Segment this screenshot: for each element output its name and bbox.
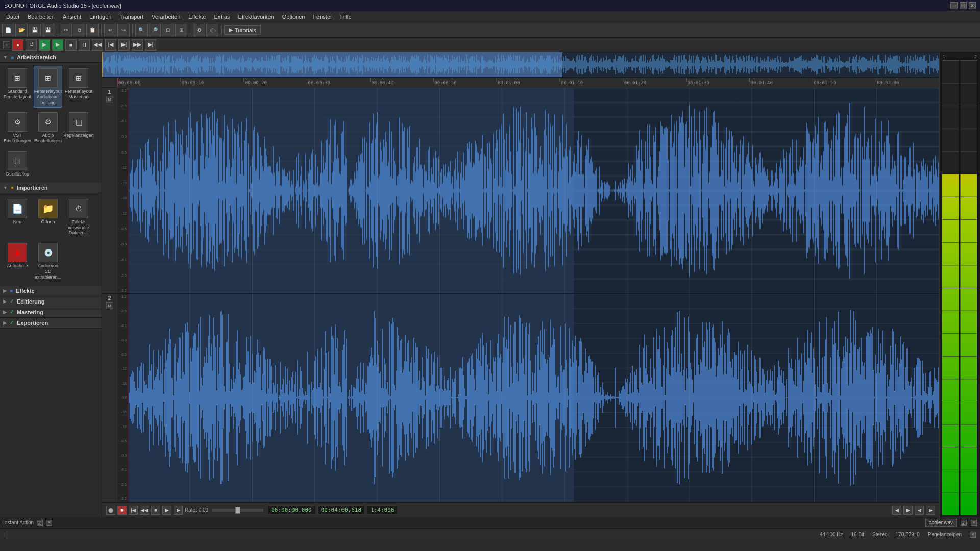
rate-thumb[interactable] <box>235 507 240 514</box>
cooler-tab-close[interactable]: ✕ <box>971 520 977 526</box>
tb-copy[interactable]: ⧉ <box>73 24 85 36</box>
instant-action-checkbox[interactable]: ☑ <box>37 520 43 526</box>
menu-effektfavoriten[interactable]: Effektfavoriten <box>234 13 278 21</box>
tb-stop-btn[interactable]: ■ <box>65 39 77 51</box>
bt-record[interactable]: ⬤ <box>106 506 115 515</box>
tool-pegelanzeigen[interactable]: ▤ Pegelanzeigen <box>64 110 93 146</box>
pegelanzeigen-status: Pegelanzeigen <box>928 532 962 538</box>
toolbar: 📄 📂 💾 💾 ✂ ⧉ 📋 ↩ ↪ 🔍 🔎 ⊡ ⊞ ⚙ ◎ ▶ Tutorial… <box>0 22 980 38</box>
section-arbeitsbereich[interactable]: ▼ ■ Arbeitsbereich <box>0 52 102 63</box>
bt-stop-rec[interactable]: ■ <box>117 506 127 515</box>
menu-einfuegen[interactable]: Einfügen <box>85 13 115 21</box>
bit-depth: 16 Bit <box>851 532 865 538</box>
menu-ansicht[interactable]: Ansicht <box>59 13 85 21</box>
section-mastering[interactable]: ▶ ✓ Mastering <box>0 307 102 318</box>
tool-neu[interactable]: 📄 Neu <box>3 196 32 238</box>
vu-label-1: 1 <box>943 54 945 59</box>
standard-icon: ⊞ <box>8 68 27 88</box>
tb-zoom-out[interactable]: 🔎 <box>149 24 161 36</box>
tool-oszilloskop[interactable]: ▤ Oszilloskop <box>3 148 32 180</box>
tb-pause-btn[interactable]: ⏸ <box>79 39 90 51</box>
tutorials-button[interactable]: ▶ Tutorials <box>224 25 261 35</box>
track-1-number: 1 <box>108 89 111 95</box>
tb-open[interactable]: 📂 <box>15 24 28 36</box>
section-effekte[interactable]: ▶ ■ Effekte <box>0 286 102 296</box>
tool-fensterlayout-mastering[interactable]: ⊞ Fensterlayout Mastering <box>64 66 93 108</box>
tb-play-loop-btn[interactable]: ▶ <box>52 39 63 51</box>
status-pegelanzeigen-close[interactable]: ✕ <box>970 532 976 538</box>
pegel-icon: ▤ <box>69 112 88 132</box>
tb-new[interactable]: 📄 <box>2 24 14 36</box>
section-editierung[interactable]: ▶ ✓ Editierung <box>0 296 102 307</box>
rate-slider[interactable] <box>212 509 263 512</box>
tb-fastfwd-btn[interactable]: ▶▶ <box>132 39 143 51</box>
tb-skip-back-btn[interactable]: |◀ <box>105 39 116 51</box>
bt-rewind[interactable]: ◀◀ <box>140 506 149 515</box>
bt-scroll-right[interactable]: ▶ <box>926 506 935 515</box>
tb-zoom-fit[interactable]: ⊡ <box>162 24 174 36</box>
track-2-waveform[interactable] <box>128 294 939 502</box>
tb-skip-fwd-btn[interactable]: ▶| <box>118 39 130 51</box>
maximize-button[interactable]: ☐ <box>960 2 967 9</box>
tb-record-btn[interactable]: ● <box>12 39 23 51</box>
tb-save-all[interactable]: 💾 <box>42 24 54 36</box>
tb-play-btn[interactable]: ▶ <box>39 39 50 51</box>
tb-rewind-btn[interactable]: ◀◀ <box>92 39 103 51</box>
tb-zoom-in[interactable]: 🔍 <box>135 24 148 36</box>
menu-extras[interactable]: Extras <box>210 13 234 21</box>
fensterlayout-audio-icon: ⊞ <box>38 68 58 88</box>
fensterlayout-audio-label: Fensterlayout Audiobear-beitung <box>34 89 62 105</box>
bt-nav-left[interactable]: ◀ <box>892 506 901 515</box>
tb-settings[interactable]: ⚙ <box>193 24 205 36</box>
tb-save[interactable]: 💾 <box>29 24 41 36</box>
tool-verwandte-dateien[interactable]: ⏱ Zuletzt verwandte Dateien... <box>64 196 93 238</box>
bt-play2[interactable]: ▶ <box>174 506 183 515</box>
menu-effekte[interactable]: Effekte <box>184 13 210 21</box>
tool-aufnahme[interactable]: ● Aufnahme <box>3 240 32 282</box>
tool-audio-einstellungen[interactable]: ⚙ Audio Einstellungen <box>34 110 62 146</box>
section-exportieren[interactable]: ▶ ✓ Exportieren <box>0 318 102 329</box>
tb-loop-btn[interactable]: ↺ <box>26 39 37 51</box>
tb-undo[interactable]: ↩ <box>104 24 116 36</box>
menu-optionen[interactable]: Optionen <box>278 13 309 21</box>
bt-play[interactable]: ▶ <box>162 506 172 515</box>
tb-go-end-btn[interactable]: ▶| <box>145 39 156 51</box>
menu-bearbeiten[interactable]: Bearbeiten <box>23 13 59 21</box>
bt-skip-back[interactable]: |◀ <box>129 506 138 515</box>
tb-cut[interactable]: ✂ <box>60 24 72 36</box>
close-button[interactable]: ✕ <box>969 2 976 9</box>
tb-scrub[interactable]: ◎ <box>206 24 218 36</box>
track-1-mute[interactable]: M <box>106 96 113 103</box>
cooler-tab-check[interactable]: ☑ <box>961 520 967 526</box>
tool-vst-einstellungen[interactable]: ⚙ VST Einstellungen <box>3 110 32 146</box>
minimize-button[interactable]: — <box>950 2 958 9</box>
menu-verarbeiten[interactable]: Verarbeiten <box>148 13 184 21</box>
tool-oeffnen[interactable]: 📁 Öffnen <box>34 196 62 238</box>
menu-fenster[interactable]: Fenster <box>309 13 336 21</box>
overview-waveform[interactable] <box>102 52 939 78</box>
menu-bar: Datei Bearbeiten Ansicht Einfügen Transp… <box>0 11 980 22</box>
tool-fensterlayout-audio[interactable]: ⊞ Fensterlayout Audiobear-beitung <box>34 66 62 108</box>
tool-standard-fensterlayout[interactable]: ⊞ Standard Fensterlayout <box>3 66 32 108</box>
tb-separator-5 <box>221 25 222 35</box>
track-2-mute[interactable]: M <box>106 302 113 309</box>
tb-zoom-sel[interactable]: ⊞ <box>175 24 187 36</box>
menu-hilfe[interactable]: Hilfe <box>336 13 356 21</box>
track-1-waveform[interactable] <box>128 88 939 293</box>
bt-nav-right[interactable]: ▶ <box>903 506 913 515</box>
importieren-label: Importieren <box>17 185 48 191</box>
section-importieren[interactable]: ▼ ● Importieren <box>0 183 102 193</box>
menu-transport[interactable]: Transport <box>115 13 148 21</box>
menu-datei[interactable]: Datei <box>2 13 23 21</box>
tb-paste[interactable]: 📋 <box>86 24 99 36</box>
tool-cd-extrahieren[interactable]: 💿 Audio von CD extrahieren... <box>34 240 62 282</box>
status-right: 44,100 Hz 16 Bit Stereo 170.329; 0 Pegel… <box>820 532 976 538</box>
bt-stop[interactable]: ■ <box>151 506 160 515</box>
tb-loop-indicator[interactable]: ○ <box>3 41 10 48</box>
tb-redo[interactable]: ↪ <box>117 24 130 36</box>
cooler-file-tab[interactable]: cooler.wav <box>925 519 957 527</box>
instant-action-close[interactable]: ✕ <box>46 520 52 526</box>
rate-label: Rate: 0,00 <box>185 507 208 513</box>
bt-scroll-left[interactable]: ◀ <box>915 506 924 515</box>
track-2-scale: -1.2 -2.5 -4.1 -6.0 -8.5 -12 -18 -Inf -1… <box>117 294 128 502</box>
